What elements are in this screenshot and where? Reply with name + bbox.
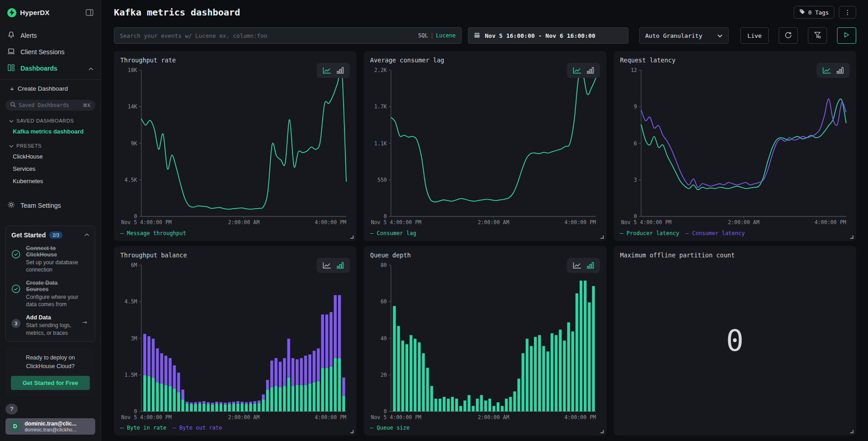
refresh-button[interactable] (779, 27, 798, 44)
bar (431, 386, 433, 411)
chart-legend: — Queue size (370, 423, 600, 433)
svg-text:4.5M: 4.5M (124, 298, 137, 305)
chart-grid: Throughput rate 04.5K9K14K18KNov 5 4:00:… (101, 47, 868, 441)
chart-axes: 020406080Nov 5 4:00:00 PM2:00:00 AM4:00:… (371, 262, 596, 420)
progress-badge: 2/3 (49, 231, 62, 239)
bar (501, 406, 503, 411)
bar-chart-toggle-icon[interactable] (837, 67, 844, 74)
svg-text:20: 20 (380, 371, 387, 378)
get-started-step[interactable]: 3 Add Data Start sending logs, metrics, … (11, 314, 89, 336)
chevron-up-icon[interactable] (84, 233, 89, 236)
resize-handle[interactable] (850, 430, 853, 433)
bar (488, 399, 491, 411)
bar-stack-segment (148, 336, 150, 376)
bar (304, 385, 307, 411)
bar-stack-segment (245, 402, 247, 404)
sidebar-item-kafka-dashboard[interactable]: Kafka metrics dashboard (0, 125, 101, 138)
chart-legend: — Message throughput (120, 228, 350, 238)
sidebar-item-dashboards[interactable]: Dashboards (0, 60, 101, 77)
more-menu-button[interactable]: ⋮ (839, 6, 856, 19)
chevron-up-icon[interactable] (88, 65, 93, 72)
saved-dashboards-section-toggle[interactable]: SAVED DASHBOARDS (0, 113, 101, 125)
saved-dashboards-search[interactable]: ⌘K (5, 100, 95, 110)
bar-stack-segment (334, 295, 337, 358)
sidebar-item-team-settings[interactable]: Team Settings (0, 197, 101, 214)
event-search-input[interactable] (120, 32, 414, 39)
brand[interactable]: HyperDX (7, 8, 50, 17)
bar-stack-segment (300, 358, 303, 385)
bar-stack-segment (236, 401, 239, 403)
chart-canvas: 05501.1K1.7K2.2KNov 5 4:00:00 PM2:00:00 … (370, 64, 600, 228)
bar-chart-toggle-icon[interactable] (337, 262, 344, 269)
deploy-card: Ready to deploy on ClickHouse Cloud? Get… (5, 347, 95, 397)
chart-title: Throughput balance (120, 251, 350, 259)
run-query-button[interactable] (837, 27, 856, 44)
bar-chart-toggle-icon[interactable] (337, 67, 344, 74)
sidebar-collapse-icon[interactable] (86, 9, 93, 16)
svg-text:2:00:00 AM: 2:00:00 AM (228, 219, 259, 226)
legend-item: — Byte out rate (173, 425, 222, 431)
bar-chart-toggle-icon[interactable] (587, 262, 594, 269)
svg-text:Nov 5 4:00:00 PM: Nov 5 4:00:00 PM (121, 414, 172, 420)
sidebar-item-kubernetes[interactable]: Kubernetes (0, 175, 101, 187)
bar (530, 346, 533, 411)
get-started-step[interactable]: Connect to ClickHouse Set up your databa… (11, 245, 89, 273)
chart-plot: 020406080Nov 5 4:00:00 PM2:00:00 AM4:00:… (370, 259, 600, 423)
chart-type-toggle (817, 63, 850, 78)
lucene-mode-toggle[interactable]: Lucene (436, 32, 456, 39)
sql-mode-toggle[interactable]: SQL (418, 32, 428, 39)
sidebar-item-clickhouse[interactable]: ClickHouse (0, 150, 101, 163)
granularity-select[interactable]: Auto Granularity (639, 27, 729, 44)
user-menu[interactable]: D dominic.tran@clic... dominic.tran@clic… (5, 418, 95, 435)
svg-text:Nov 5 4:00:00 PM: Nov 5 4:00:00 PM (121, 219, 172, 226)
sidebar-item-services[interactable]: Services (0, 163, 101, 175)
chart-canvas: 020406080Nov 5 4:00:00 PM2:00:00 AM4:00:… (370, 259, 600, 423)
sidebar-item-client-sessions[interactable]: Client Sessions (0, 44, 101, 60)
line-chart-toggle-icon[interactable] (323, 262, 331, 269)
dashboards-grid-icon (7, 64, 15, 73)
resize-handle[interactable] (601, 236, 604, 239)
event-search[interactable]: SQL|Lucene (114, 27, 462, 44)
svg-text:80: 80 (380, 262, 387, 268)
bar (410, 335, 412, 411)
resize-handle[interactable] (850, 236, 853, 239)
svg-text:40: 40 (380, 335, 387, 341)
chart-panel-consumer-lag: Average consumer lag 05501.1K1.7K2.2KNov… (364, 51, 606, 241)
svg-text:4:00:00 PM: 4:00:00 PM (315, 219, 346, 226)
refresh-icon (785, 31, 792, 40)
line-chart-toggle-icon[interactable] (573, 262, 581, 269)
get-started-card: Get Started 2/3 Connect to ClickHouse Se… (5, 226, 95, 342)
chevron-down-icon (9, 143, 14, 149)
filter-button[interactable] (808, 27, 827, 44)
bar-chart-toggle-icon[interactable] (587, 67, 594, 74)
line-chart-toggle-icon[interactable] (323, 67, 331, 74)
create-dashboard-label: Create Dashboard (18, 85, 68, 92)
bar (397, 326, 400, 411)
sidebar-item-alerts[interactable]: Alerts (0, 27, 101, 44)
chart-legend: — Consumer lag (370, 228, 600, 238)
line-chart-toggle-icon[interactable] (822, 67, 831, 74)
date-range-picker[interactable]: Nov 5 16:00:00 - Nov 6 16:00:00 (468, 27, 628, 44)
get-started-step[interactable]: Create Data Sources Configure where your… (11, 280, 89, 308)
create-dashboard-button[interactable]: + Create Dashboard (0, 79, 101, 94)
tags-button[interactable]: 0 Tags (794, 6, 834, 19)
resize-handle[interactable] (350, 236, 354, 239)
bar (181, 399, 184, 411)
bar (559, 329, 562, 411)
user-email: dominic.tran@clickho... (25, 427, 77, 432)
presets-section-toggle[interactable]: PRESETS (0, 138, 101, 150)
resize-handle[interactable] (601, 430, 604, 433)
bar (207, 404, 210, 411)
get-started-free-button[interactable]: Get Started for Free (11, 376, 90, 390)
bar-stack-segment (152, 338, 154, 377)
bar (308, 383, 311, 411)
step-title: Add Data (26, 314, 78, 321)
line-chart-toggle-icon[interactable] (573, 67, 581, 74)
live-button[interactable]: Live (740, 27, 769, 44)
svg-text:4:00:00 PM: 4:00:00 PM (814, 219, 846, 226)
step-desc: Set up your database connection (26, 259, 78, 273)
saved-dashboards-search-input[interactable] (19, 102, 80, 108)
resize-handle[interactable] (350, 430, 354, 433)
help-button[interactable]: ? (5, 404, 18, 414)
bar (422, 353, 425, 411)
